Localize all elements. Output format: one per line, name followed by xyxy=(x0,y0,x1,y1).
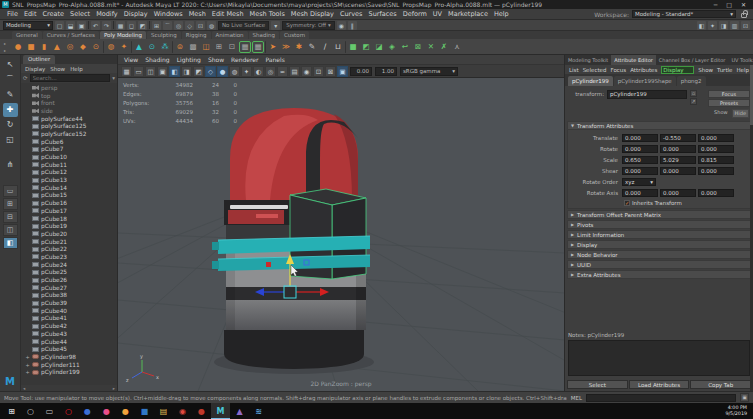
mirror-right-icon[interactable]: ▦ xyxy=(252,41,264,53)
grid-toggle-icon[interactable]: ▦ xyxy=(121,66,132,77)
outliner-item[interactable]: pCube26 xyxy=(25,276,117,284)
view-transform-selector[interactable]: sRGB gamma ▾ xyxy=(400,67,458,76)
poly-torus-icon[interactable]: ◎ xyxy=(64,41,76,53)
menu-item[interactable]: Surfaces xyxy=(366,10,400,18)
poly-cylinder-icon[interactable]: ▮ xyxy=(38,41,50,53)
poly-cone-icon[interactable]: ▲ xyxy=(51,41,63,53)
toolbar-icon[interactable] xyxy=(113,21,114,29)
live-surface-field[interactable]: No Live Surface xyxy=(218,21,269,30)
value-field-y[interactable]: 0.000 xyxy=(660,145,696,153)
shelf-tab[interactable]: Shading xyxy=(249,31,279,39)
attribute-editor-menu-item[interactable]: List xyxy=(569,67,579,73)
chrome-icon[interactable]: ◉ xyxy=(173,403,192,419)
outliner-item[interactable]: pCube41 xyxy=(25,315,117,323)
toolbar-icon[interactable] xyxy=(88,21,89,29)
snap-view-plane-icon[interactable]: ⊡ xyxy=(196,21,205,30)
scale-tool-icon[interactable]: ◱ xyxy=(3,133,18,147)
bridge-icon[interactable]: ≫ xyxy=(280,41,292,53)
safe-title-icon[interactable]: ◩ xyxy=(193,66,204,77)
hide-button[interactable]: Hide xyxy=(732,109,749,118)
outliner-item[interactable]: pCube11 xyxy=(25,161,117,169)
symmetry-selector[interactable]: Symmetry: Off ▾ xyxy=(282,21,335,30)
reduce-icon[interactable]: ⊞ xyxy=(213,41,225,53)
spin-edge-icon[interactable]: ⊡ xyxy=(226,41,238,53)
workspace-manager-icon[interactable]: ⊡ xyxy=(741,21,750,30)
task-view-icon[interactable]: ▭ xyxy=(40,403,59,419)
viewport-menu-item[interactable]: Show xyxy=(208,56,224,63)
use-all-lights-icon[interactable]: ✦ xyxy=(241,66,252,77)
plane-handle-x[interactable] xyxy=(266,262,271,267)
platonic-solid-icon[interactable]: ◍ xyxy=(105,41,117,53)
delete-history-icon[interactable]: ✗ xyxy=(438,41,450,53)
value-field-x[interactable]: 0.650 xyxy=(622,156,658,164)
outliner-item[interactable]: pCube42 xyxy=(25,322,117,330)
outliner-item[interactable]: pCube15 xyxy=(25,192,117,200)
outliner-tab[interactable]: Outliner xyxy=(23,55,55,64)
value-field-y[interactable]: -0.550 xyxy=(660,134,696,142)
shelf-scroll-icon[interactable]: ▸ xyxy=(4,41,6,46)
outliner-item[interactable]: side xyxy=(25,107,117,115)
attribute-editor-footer-button[interactable]: Load Attributes xyxy=(629,380,690,389)
expand-icon[interactable]: + xyxy=(25,362,30,368)
last-used-tool-icon[interactable]: ⋔ xyxy=(3,158,18,172)
menu-item[interactable]: Windows xyxy=(151,10,186,18)
bevel-icon[interactable]: ✱ xyxy=(293,41,305,53)
outliner-item[interactable]: pCube25 xyxy=(25,269,117,277)
show-button[interactable]: Show xyxy=(712,109,730,118)
outliner-item[interactable]: + pCylinder199 xyxy=(25,368,117,376)
outliner-item[interactable]: pCube18 xyxy=(25,215,117,223)
outliner-item[interactable]: pCube27 xyxy=(25,284,117,292)
outliner-item[interactable]: pCube44 xyxy=(25,338,117,346)
safe-action-icon[interactable]: ◨ xyxy=(181,66,192,77)
value-field-y[interactable]: 5.029 xyxy=(660,156,696,164)
app-orange-icon[interactable]: ● xyxy=(116,403,135,419)
shelf-tab[interactable]: Animation xyxy=(212,31,248,39)
rotate-axis-z[interactable]: 0.000 xyxy=(698,189,734,197)
rotate-order-selector[interactable]: xyz ▾ xyxy=(622,178,656,186)
attribute-editor-menu-item[interactable]: Help xyxy=(736,67,749,73)
menu-item[interactable]: Edit Mesh xyxy=(209,10,247,18)
collapsed-section[interactable]: ▶ Pivots xyxy=(567,220,751,229)
window-titlebar[interactable]: M SNL_PropsMap_Pro-Alpha.0088.mlt* - Aut… xyxy=(0,0,753,9)
new-scene-icon[interactable]: ▢ xyxy=(55,21,64,30)
depth-of-field-icon[interactable]: ◉ xyxy=(301,66,312,77)
file-explorer-icon[interactable]: ▤ xyxy=(154,403,173,419)
collapsed-section[interactable]: ▶ Extra Attributes xyxy=(567,270,751,279)
rotate-axis-y[interactable]: 0.000 xyxy=(660,189,696,197)
textured-mode-icon[interactable]: ◍ xyxy=(229,66,240,77)
layout-side-by-side-icon[interactable]: ◫ xyxy=(3,224,18,236)
shelf-icon[interactable] xyxy=(345,41,346,53)
outliner-item[interactable]: pCube14 xyxy=(25,184,117,192)
gcd-tool-icon[interactable]: ⁂ xyxy=(159,41,171,53)
model-red-lamp[interactable] xyxy=(212,108,370,369)
output-connection-icon[interactable]: ↗ xyxy=(690,98,697,105)
select-hierarchy-icon[interactable]: ▦ xyxy=(116,21,125,30)
outliner-item[interactable]: pCube38 xyxy=(25,292,117,300)
outliner-search-input[interactable] xyxy=(30,74,111,82)
collapsed-section[interactable]: ▶ Node Behavior xyxy=(567,250,751,259)
exposure-field[interactable]: 0.00 xyxy=(350,67,372,76)
shelf-tab[interactable]: Custom xyxy=(280,31,309,39)
gate-mask-icon[interactable]: ▣ xyxy=(157,66,168,77)
refresh-icon[interactable]: ⟳ xyxy=(23,75,28,81)
film-gate-icon[interactable]: ▭ xyxy=(133,66,144,77)
outliner-item[interactable]: pCube43 xyxy=(25,330,117,338)
redo-icon[interactable]: ↷ xyxy=(102,21,111,30)
poly-cube-icon[interactable]: ■ xyxy=(25,41,37,53)
isolate-select-icon[interactable]: ⊡ xyxy=(313,66,324,77)
menu-item[interactable]: Display xyxy=(121,10,151,18)
outliner-item[interactable]: pCube39 xyxy=(25,299,117,307)
attribute-editor-menu-item[interactable]: Show xyxy=(698,67,713,73)
outliner-item[interactable]: pCube12 xyxy=(25,169,117,177)
sculpt-tool-icon[interactable]: ▲ xyxy=(133,41,145,53)
save-scene-icon[interactable]: ▣ xyxy=(77,21,86,30)
outliner-menu-item[interactable]: Show xyxy=(50,66,65,72)
menu-item[interactable]: Mesh Display xyxy=(288,10,337,18)
collapsed-section[interactable]: ▶ Display xyxy=(567,240,751,249)
poly-plane-icon[interactable]: ◆ xyxy=(77,41,89,53)
layout-outliner-persp-icon[interactable]: ◧ xyxy=(3,237,18,249)
attribute-editor-footer-button[interactable]: Copy Tab xyxy=(690,380,751,389)
collapsed-section[interactable]: ▶ UUID xyxy=(567,260,751,269)
highlight-selection-mode-icon[interactable]: ◉ xyxy=(337,21,346,30)
attribute-editor-menu-item[interactable]: Turtle xyxy=(717,67,732,73)
